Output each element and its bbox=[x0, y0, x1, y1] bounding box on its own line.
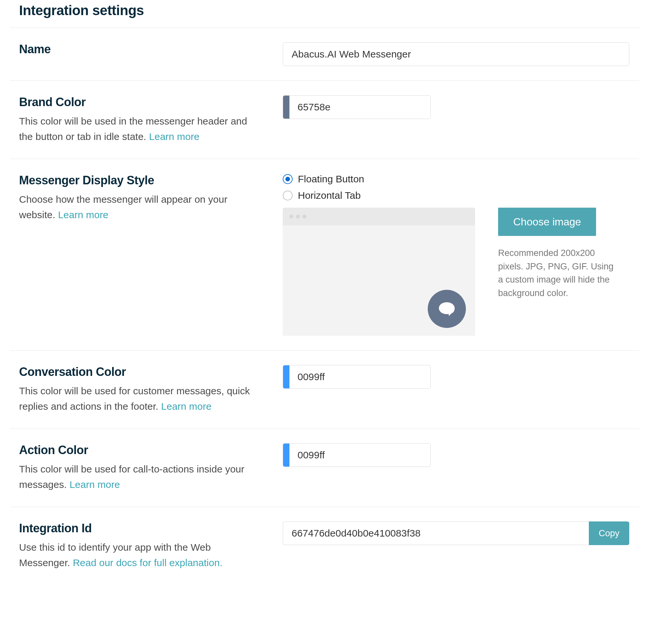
integration-id-label: Integration Id bbox=[19, 521, 270, 535]
conversation-color-desc-text: This color will be used for customer mes… bbox=[19, 385, 250, 412]
action-color-learn-more-link[interactable]: Learn more bbox=[70, 479, 120, 490]
chat-icon bbox=[438, 302, 456, 316]
browser-bar bbox=[283, 208, 475, 225]
section-display-style: Messenger Display Style Choose how the m… bbox=[10, 159, 639, 350]
browser-dot-icon bbox=[302, 215, 306, 219]
brand-color-desc: This color will be used in the messenger… bbox=[19, 114, 262, 144]
conversation-color-swatch[interactable] bbox=[283, 365, 289, 389]
action-color-field bbox=[283, 443, 431, 467]
display-style-preview bbox=[283, 208, 475, 336]
radio-floating-button-label: Floating Button bbox=[298, 174, 364, 185]
display-style-desc: Choose how the messenger will appear on … bbox=[19, 192, 262, 222]
action-color-desc: This color will be used for call-to-acti… bbox=[19, 462, 262, 492]
browser-dot-icon bbox=[289, 215, 293, 219]
brand-color-learn-more-link[interactable]: Learn more bbox=[149, 131, 199, 142]
action-color-desc-text: This color will be used for call-to-acti… bbox=[19, 464, 244, 490]
brand-color-label: Brand Color bbox=[19, 95, 270, 109]
brand-color-desc-text: This color will be used in the messenger… bbox=[19, 116, 247, 142]
page-title: Integration settings bbox=[10, 0, 639, 28]
section-conversation-color: Conversation Color This color will be us… bbox=[10, 350, 639, 428]
conversation-color-field bbox=[283, 365, 431, 389]
radio-horizontal-tab-label: Horizontal Tab bbox=[298, 190, 361, 201]
copy-button[interactable]: Copy bbox=[589, 521, 629, 545]
name-label: Name bbox=[19, 42, 270, 56]
display-style-desc-text: Choose how the messenger will appear on … bbox=[19, 194, 227, 220]
radio-horizontal-tab-control[interactable] bbox=[283, 191, 293, 200]
choose-image-button[interactable]: Choose image bbox=[498, 208, 596, 236]
browser-dot-icon bbox=[296, 215, 300, 219]
choose-image-recommendation: Recommended 200x200 pixels. JPG, PNG, GI… bbox=[498, 246, 620, 300]
display-style-learn-more-link[interactable]: Learn more bbox=[58, 209, 108, 220]
display-style-label: Messenger Display Style bbox=[19, 174, 270, 187]
section-integration-id: Integration Id Use this id to identify y… bbox=[10, 507, 639, 585]
radio-horizontal-tab[interactable]: Horizontal Tab bbox=[283, 190, 629, 201]
section-brand-color: Brand Color This color will be used in t… bbox=[10, 81, 639, 159]
conversation-color-input[interactable] bbox=[289, 365, 431, 389]
radio-floating-button[interactable]: Floating Button bbox=[283, 174, 629, 185]
action-color-label: Action Color bbox=[19, 443, 270, 457]
conversation-color-desc: This color will be used for customer mes… bbox=[19, 383, 262, 414]
brand-color-field bbox=[283, 95, 431, 119]
section-name: Name bbox=[10, 28, 639, 81]
conversation-color-learn-more-link[interactable]: Learn more bbox=[161, 401, 211, 412]
brand-color-input[interactable] bbox=[289, 95, 431, 119]
integration-id-input[interactable] bbox=[283, 521, 589, 545]
conversation-color-label: Conversation Color bbox=[19, 365, 270, 379]
action-color-input[interactable] bbox=[289, 443, 431, 467]
section-action-color: Action Color This color will be used for… bbox=[10, 428, 639, 507]
floating-chat-button-preview bbox=[428, 290, 466, 328]
integration-id-docs-link[interactable]: Read our docs for full explanation. bbox=[73, 557, 222, 568]
action-color-swatch[interactable] bbox=[283, 443, 289, 467]
integration-id-desc: Use this id to identify your app with th… bbox=[19, 540, 262, 570]
brand-color-swatch[interactable] bbox=[283, 95, 289, 119]
radio-floating-button-control[interactable] bbox=[283, 174, 293, 184]
name-input[interactable] bbox=[283, 42, 629, 66]
integration-id-field: Copy bbox=[283, 521, 629, 545]
